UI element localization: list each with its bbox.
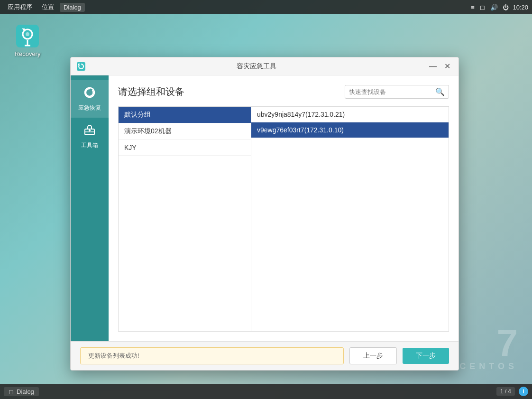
status-message: 更新设备列表成功!	[80, 347, 344, 364]
taskbar-top-right: ≡ ◻ 🔊 ⏻ 10:20	[471, 4, 528, 11]
panel-right-devices: ubv2y9nja814y7(172.31.0.21) v9ewg76ef03r…	[251, 107, 449, 331]
menu-dialog[interactable]: Dialog	[60, 3, 85, 12]
sidebar-item-emergency-recovery[interactable]: 应急恢复	[71, 80, 109, 118]
taskbar-item-label: Dialog	[17, 388, 34, 395]
search-input[interactable]	[349, 88, 432, 95]
taskbar-bottom-dialog[interactable]: ◻ Dialog	[4, 387, 39, 396]
content-title: 请选择组和设备	[118, 85, 184, 98]
info-icon[interactable]: i	[519, 387, 528, 396]
dialog-title-text: 容灾应急工具	[90, 62, 423, 71]
menu-location[interactable]: 位置	[38, 2, 58, 12]
dialog-controls: — ✕	[427, 61, 453, 72]
dialog-titlebar: 容灾应急工具 — ✕	[71, 57, 459, 75]
content-header: 请选择组和设备 🔍	[118, 85, 449, 99]
menu-applications[interactable]: 应用程序	[4, 2, 36, 12]
panel-left-groups: 默认分组 演示环境02机器 KJY	[119, 107, 251, 331]
dialog-window: 容灾应急工具 — ✕ 应急恢复	[70, 57, 459, 371]
clock: 10:20	[513, 4, 528, 11]
svg-rect-3	[77, 62, 85, 71]
svg-point-2	[26, 32, 29, 36]
desktop-icon-label: Recovery	[15, 50, 41, 57]
group-item-demo[interactable]: 演示环境02机器	[119, 123, 251, 140]
sidebar-item-label-toolbox: 工具箱	[81, 141, 98, 149]
device-item-1[interactable]: ubv2y9nja814y7(172.31.0.21)	[251, 107, 449, 122]
close-button[interactable]: ✕	[441, 61, 453, 72]
back-button[interactable]: 上一步	[349, 347, 397, 364]
dialog-footer: 更新设备列表成功! 上一步 下一步	[71, 341, 459, 370]
main-content: 请选择组和设备 🔍 默认分组 演示环境02机器 KJY ubv2y9nja814…	[109, 75, 459, 341]
search-icon: 🔍	[435, 87, 445, 96]
dialog-title-icon	[76, 62, 86, 71]
minimize-button[interactable]: —	[427, 61, 439, 72]
taskbar-bottom-right: 1 / 4 i	[496, 387, 528, 396]
desktop-icon-recovery[interactable]: Recovery	[9, 24, 46, 57]
sidebar-item-label-emergency: 应急恢复	[78, 104, 101, 112]
search-box[interactable]: 🔍	[345, 85, 449, 99]
group-item-default[interactable]: 默认分组	[119, 107, 251, 123]
next-button[interactable]: 下一步	[403, 348, 449, 364]
taskbar-top-left: 应用程序 位置 Dialog	[4, 2, 85, 12]
taskbar-bottom: ◻ Dialog 1 / 4 i	[0, 384, 532, 399]
topbar-icons: ≡ ◻ 🔊 ⏻	[471, 4, 509, 11]
centos-watermark: 7 CENTOS	[459, 324, 518, 371]
group-item-kjy[interactable]: KJY	[119, 140, 251, 156]
taskbar-item-icon: ◻	[9, 388, 14, 395]
recovery-icon-image	[15, 24, 40, 48]
taskbar-top: 应用程序 位置 Dialog ≡ ◻ 🔊 ⏻ 10:20	[0, 0, 532, 14]
device-item-2[interactable]: v9ewg76ef03rt7(172.31.0.10)	[251, 122, 449, 138]
panels: 默认分组 演示环境02机器 KJY ubv2y9nja814y7(172.31.…	[118, 106, 449, 332]
sidebar-item-toolbox[interactable]: 工具箱	[71, 118, 109, 155]
sidebar: 应急恢复 工具箱	[71, 75, 109, 341]
toolbox-icon	[83, 123, 96, 139]
emergency-recovery-icon	[83, 86, 96, 102]
dialog-body: 应急恢复 工具箱 请选择组和设备	[71, 75, 459, 341]
page-indicator: 1 / 4	[496, 387, 515, 396]
